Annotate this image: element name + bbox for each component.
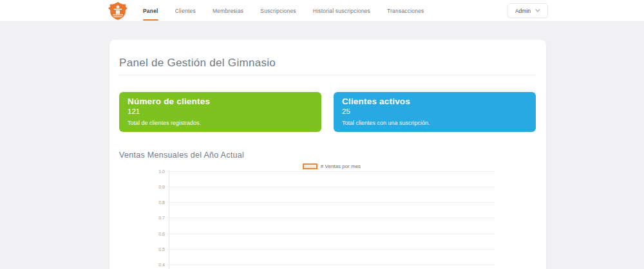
legend-label[interactable]: # Ventas por mes [321, 163, 361, 169]
main-nav: Panel Clientes Membresias Suscripciones … [143, 0, 424, 22]
stat-caption: Total de clientes registrados. [128, 120, 313, 126]
tab-suscripciones[interactable]: Suscripciones [260, 0, 296, 22]
y-axis-line [169, 171, 169, 269]
stat-title: Clientes activos [342, 97, 527, 106]
sales-chart-section: Ventas Mensuales del Año Actual # Ventas… [119, 151, 536, 269]
tab-membresias[interactable]: Membresias [213, 0, 243, 22]
page-title: Panel de Gestión del Gimnasio [119, 57, 536, 70]
tab-panel[interactable]: Panel [143, 0, 158, 22]
stat-value: 121 [128, 107, 313, 115]
y-tick-label: 0.5 [119, 246, 165, 251]
tab-clientes[interactable]: Clientes [175, 0, 196, 22]
bar-chart-plot-area: 1.0 0.9 0.8 0.7 0.6 0.5 [119, 171, 536, 269]
y-tick-label: 0.8 [119, 200, 165, 205]
stat-title: Número de clientes [128, 97, 313, 106]
title-divider [119, 75, 536, 75]
tab-historial-suscripciones[interactable]: Historial suscripciones [313, 0, 370, 22]
chart-legend: # Ventas por mes [169, 163, 495, 169]
top-navbar: Panel Clientes Membresias Suscripciones … [0, 0, 644, 22]
stat-caption: Total clientes con una suscripción. [342, 120, 527, 126]
stat-card-clientes: Número de clientes 121 Total de clientes… [119, 92, 321, 132]
y-tick-label: 0.6 [119, 231, 165, 236]
chart-title: Ventas Mensuales del Año Actual [119, 151, 536, 160]
y-tick-label: 0.7 [119, 216, 165, 220]
admin-dropdown-button[interactable]: Admin [507, 3, 548, 18]
y-tick-label: 1.0 [119, 169, 165, 174]
admin-dropdown-label: Admin [515, 8, 531, 14]
legend-swatch-icon[interactable] [303, 163, 317, 169]
stat-card-clientes-activos: Clientes activos 25 Total clientes con u… [334, 92, 536, 132]
gym-emblem-icon[interactable] [105, 1, 131, 21]
y-tick-label: 0.9 [119, 185, 165, 189]
y-tick-label: 0.4 [119, 262, 165, 266]
stat-value: 25 [342, 107, 527, 115]
chevron-down-icon [535, 9, 540, 12]
dashboard-card: Panel de Gestión del Gimnasio Número de … [109, 40, 546, 269]
stats-row: Número de clientes 121 Total de clientes… [119, 92, 536, 132]
tab-transacciones[interactable]: Transacciones [387, 0, 424, 22]
